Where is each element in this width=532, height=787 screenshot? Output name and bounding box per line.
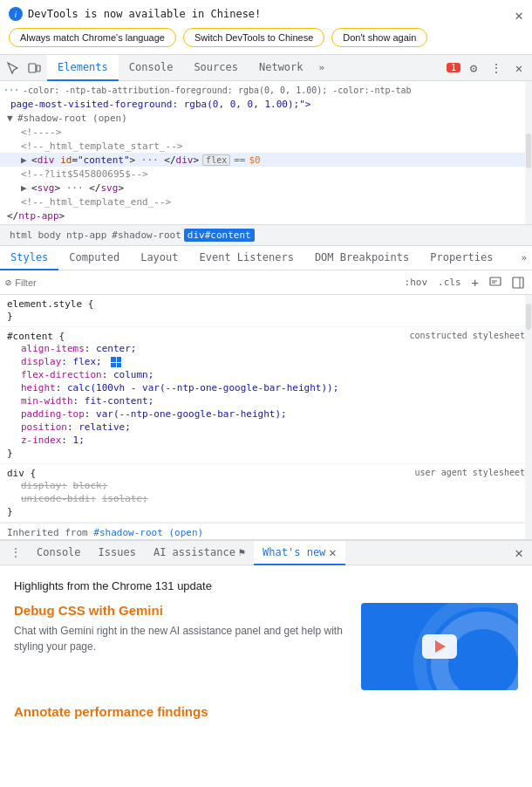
css-source-constructed: constructed stylesheet: [410, 331, 525, 340]
device-toolbar-icon[interactable]: [24, 58, 44, 78]
styles-more-button[interactable]: »: [515, 252, 532, 263]
tab-network[interactable]: Network: [249, 55, 314, 81]
filter-bar: ⊘ :hov .cls +: [0, 270, 532, 295]
filter-input[interactable]: [15, 277, 401, 288]
css-rule-padding-top: padding-top: var(--ntp-one-google-bar-he…: [7, 407, 525, 421]
notification-title: i DevTools is now available in Chinese!: [9, 7, 523, 21]
feature-title-annotate: Annotate performance findings: [14, 704, 518, 719]
notification-buttons: Always match Chrome's language Switch De…: [9, 28, 523, 47]
elements-panel: ··· -color: -ntp-tab-attribution-foregro…: [0, 81, 532, 225]
ai-assistance-icon: ⚑: [239, 546, 245, 558]
toggle-sidebar-icon[interactable]: [509, 274, 527, 291]
comment-line-2: <!--_html_template_start_-->: [0, 139, 532, 153]
code-line: ··· -color: -ntp-tab-attribution-foregro…: [0, 83, 532, 97]
bottom-tab-whats-new[interactable]: What's new ✕: [254, 541, 345, 565]
flex-badge[interactable]: flex: [202, 154, 230, 166]
close-tag-line: </ntp-app>: [0, 209, 532, 222]
dom-tree: ··· -color: -ntp-tab-attribution-foregro…: [0, 81, 532, 224]
new-style-rule-icon[interactable]: [487, 274, 504, 291]
toolbar-left-icons: [3, 58, 44, 78]
flex-display-icon[interactable]: [111, 357, 121, 367]
add-style-button[interactable]: +: [469, 275, 481, 291]
close-whats-new-tab[interactable]: ✕: [329, 545, 336, 559]
toolbar-right: 1 ⚙ ⋮ ✕: [447, 58, 529, 78]
svg-rect-1: [37, 65, 40, 72]
tab-computed[interactable]: Computed: [58, 246, 130, 270]
comment-line-3: <!--_html_template_end_-->: [0, 195, 532, 209]
tab-styles[interactable]: Styles: [0, 246, 58, 270]
svg-rect-0: [29, 64, 36, 72]
css-rule-position: position: relative;: [7, 421, 525, 434]
close-notification-button[interactable]: ✕: [515, 7, 523, 24]
css-close-content: }: [7, 447, 525, 460]
close-bottom-panel-button[interactable]: ✕: [509, 544, 529, 561]
tab-layout[interactable]: Layout: [130, 246, 188, 270]
bottom-tab-issues[interactable]: Issues: [90, 541, 145, 565]
css-selector-content: #content {: [7, 331, 65, 342]
notification-text: DevTools is now available in Chinese!: [28, 8, 261, 20]
bottom-panel: ⋮ Console Issues AI assistance ⚑ What's …: [0, 540, 532, 733]
more-tabs-button[interactable]: »: [314, 55, 331, 81]
more-options-icon[interactable]: ⋮: [487, 58, 506, 78]
svg-line: ▶ <svg> ··· </svg>: [0, 181, 532, 195]
bottom-tabs-bar: ⋮ Console Issues AI assistance ⚑ What's …: [0, 541, 532, 565]
bottom-tab-dots[interactable]: ⋮: [3, 541, 28, 565]
css-block-element-style: element.style { }: [0, 295, 532, 327]
bottom-tab-console[interactable]: Console: [28, 541, 90, 565]
styles-scrollbar[interactable]: [525, 295, 532, 539]
styles-panel: Styles Computed Layout Event Listeners D…: [0, 246, 532, 540]
whats-new-header: Highlights from the Chrome 131 update: [14, 579, 518, 592]
crumb-html[interactable]: html: [7, 229, 36, 241]
whats-new-panel: Highlights from the Chrome 131 update De…: [0, 565, 532, 733]
css-content: element.style { } #content { constructed…: [0, 295, 532, 539]
inherited-label: Inherited from #shadow-root (open): [0, 523, 532, 539]
css-rule-display-block: display: block;: [7, 479, 525, 492]
comment-lit-line: <!--?lit$545800695$-->: [0, 167, 532, 181]
crumb-body[interactable]: body: [36, 229, 65, 241]
dont-show-button[interactable]: Don't show again: [331, 28, 427, 47]
issues-badge: 1: [447, 63, 460, 72]
css-rule-align-items: align-items: center;: [7, 342, 525, 355]
settings-icon[interactable]: ⚙: [464, 58, 483, 78]
notification-bar: i DevTools is now available in Chinese! …: [0, 0, 532, 55]
pseudo-filter-button[interactable]: :hov: [402, 276, 431, 289]
main-tabs: Elements Console Sources Network »: [47, 55, 447, 81]
selected-div-line[interactable]: ▶ <div id="content"> ··· </div> flex == …: [0, 153, 532, 167]
tab-properties[interactable]: Properties: [419, 246, 503, 270]
css-source-user-agent: user agent stylesheet: [415, 468, 525, 477]
switch-language-button[interactable]: Switch DevTools to Chinese: [183, 28, 324, 47]
feature-debug-css: Debug CSS with Gemini Chat with Gemini r…: [14, 603, 518, 697]
cls-filter-button[interactable]: .cls: [435, 276, 464, 289]
css-rule-height: height: calc(100vh - var(--ntp-one-googl…: [7, 381, 525, 394]
styles-tabs-bar: Styles Computed Layout Event Listeners D…: [0, 246, 532, 270]
css-rule-z-index: z-index: 1;: [7, 434, 525, 447]
tab-console[interactable]: Console: [119, 55, 184, 81]
css-rule-flex-direction: flex-direction: column;: [7, 368, 525, 381]
css-block-div: div { user agent stylesheet display: blo…: [0, 464, 532, 523]
css-selector: element.style {: [7, 298, 93, 310]
elements-scrollbar[interactable]: [525, 81, 532, 224]
breadcrumb: html body ntp-app #shadow-root div#conte…: [0, 225, 532, 246]
inspect-icon[interactable]: [3, 58, 23, 78]
svg-rect-5: [513, 277, 523, 288]
crumb-ntp-app[interactable]: ntp-app: [64, 229, 109, 241]
tab-sources[interactable]: Sources: [183, 55, 249, 81]
filter-right-buttons: :hov .cls +: [402, 274, 527, 291]
tab-dom-breakpoints[interactable]: DOM Breakpoints: [304, 246, 419, 270]
bottom-tab-ai-assistance[interactable]: AI assistance ⚑: [145, 541, 254, 565]
close-devtools-button[interactable]: ✕: [509, 58, 529, 78]
tab-event-listeners[interactable]: Event Listeners: [189, 246, 304, 270]
comment-line-1: <!---->: [0, 125, 532, 139]
crumb-shadow-root[interactable]: #shadow-root: [109, 229, 183, 241]
feature-annotate: Annotate performance findings: [14, 704, 518, 719]
css-close: }: [7, 310, 525, 323]
match-language-button[interactable]: Always match Chrome's language: [9, 28, 176, 47]
tab-elements[interactable]: Elements: [47, 55, 119, 81]
shadow-root-line: ▼ #shadow-root (open): [0, 111, 532, 125]
feature-thumbnail: [361, 603, 518, 690]
styles-scrollbar-thumb[interactable]: [526, 304, 531, 330]
css-selector-div: div {: [7, 468, 36, 479]
scrollbar-thumb[interactable]: [526, 133, 531, 168]
crumb-div-content[interactable]: div#content: [184, 229, 255, 242]
filter-icon: ⊘: [5, 277, 11, 289]
